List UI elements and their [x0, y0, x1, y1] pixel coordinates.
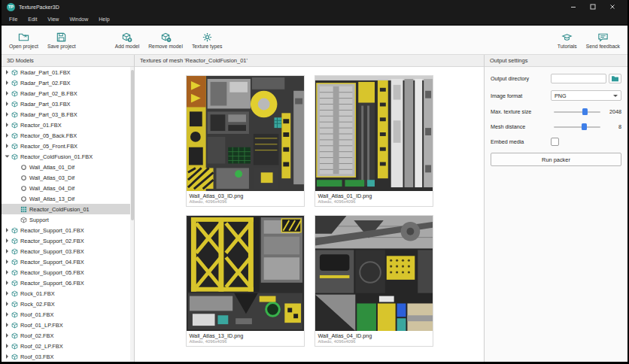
texture-types-icon: [202, 32, 213, 43]
tree-item-reactor-05-front-fbx[interactable]: Reactor_05_Front.FBX: [2, 141, 130, 151]
tree-item-reactor-support-03-fbx[interactable]: Reactor_Support_03.FBX: [2, 246, 130, 256]
chevron-icon[interactable]: [4, 354, 11, 359]
texture-types-button[interactable]: Texture types: [187, 30, 226, 50]
add-model-button[interactable]: Add model: [111, 30, 144, 50]
slider-handle[interactable]: [582, 108, 588, 115]
max-texture-size-slider[interactable]: [554, 108, 600, 116]
tree-item-radar-part-03-fbx[interactable]: Radar_Part_03.FBX: [2, 99, 130, 109]
close-button[interactable]: [603, 0, 622, 14]
tree-item-reactor-05-back-fbx[interactable]: Reactor_05_Back.FBX: [2, 130, 130, 141]
texture-grid: Wall_Atlas_03_ID.png Albedo, 4096x4096: [135, 67, 484, 347]
slider-track: [554, 126, 600, 128]
close-icon: [609, 4, 615, 10]
remove-model-button[interactable]: Remove model: [144, 30, 187, 50]
menu-item-view[interactable]: View: [42, 16, 64, 23]
tree-item-wall-atlas-04-dif[interactable]: Wall_Atlas_04_Dif: [2, 183, 130, 193]
chevron-icon[interactable]: [4, 344, 11, 348]
model-icon: [11, 69, 18, 76]
tree-item-reactor-coldfusion-01[interactable]: Reactor_ColdFusion_01: [2, 204, 130, 214]
chevron-icon[interactable]: [4, 133, 11, 138]
chevron-icon[interactable]: [4, 238, 11, 243]
texture-meta: Albedo, 4096x4096: [315, 339, 433, 346]
tree-item-wall-atlas-01-dif[interactable]: Wall_Atlas_01_Dif: [2, 162, 130, 172]
chevron-icon[interactable]: [4, 302, 11, 306]
chevron-icon[interactable]: [4, 123, 11, 127]
chevron-icon[interactable]: [4, 112, 11, 117]
slider-handle[interactable]: [582, 123, 587, 130]
tree-item-reactor-support-05-fbx[interactable]: Reactor_Support_05.FBX: [2, 267, 130, 278]
save-project-button[interactable]: Save project: [43, 30, 81, 50]
tree-item-rock-01-fbx[interactable]: Rock_01.FBX: [2, 288, 130, 299]
open-project-button[interactable]: Open project: [5, 30, 43, 50]
tree-item-roof-03-fbx[interactable]: Roof_03.FBX: [2, 351, 130, 362]
tree-item-radar-part-03-b-fbx[interactable]: Radar_Part_03_B.FBX: [2, 109, 130, 120]
model-icon: [11, 322, 18, 329]
max-texture-size-value: 2048: [603, 108, 621, 115]
chevron-icon[interactable]: [4, 312, 11, 317]
app-logo-icon: TP: [7, 3, 15, 11]
tree-item-roof-01-fbx[interactable]: Roof_01.FBX: [2, 309, 130, 320]
menu-bar: File Edit View Window Help: [2, 14, 627, 26]
tree-item-radar-part-02-b-fbx[interactable]: Radar_Part_02_B.FBX: [2, 88, 130, 99]
output-directory-input[interactable]: [551, 74, 606, 83]
chevron-icon[interactable]: [4, 102, 11, 106]
texture-card-wall-atlas-04[interactable]: Wall_Atlas_04_ID.png Albedo, 4096x4096: [314, 215, 433, 347]
send-feedback-button[interactable]: Send feedback: [582, 30, 624, 50]
tree-item-label: Radar_Part_03_B.FBX: [20, 111, 77, 118]
tree-item-roof-01-lp-fbx[interactable]: Roof_01_LP.FBX: [2, 320, 130, 330]
maximize-button[interactable]: [583, 0, 603, 14]
browse-directory-button[interactable]: [609, 74, 621, 83]
tree-item-reactor-support-04-fbx[interactable]: Reactor_Support_04.FBX: [2, 256, 130, 267]
max-texture-size-label: Max. texture size: [491, 108, 551, 115]
tree-item-reactor-01-fbx[interactable]: Reactor_01.FBX: [2, 120, 130, 130]
chevron-icon[interactable]: [4, 323, 11, 327]
chevron-icon[interactable]: [4, 281, 11, 285]
chevron-icon[interactable]: [4, 270, 11, 275]
tree-item-reactor-coldfusion-01-fbx[interactable]: Reactor_ColdFusion_01.FBX: [2, 151, 130, 162]
chevron-icon[interactable]: [4, 259, 11, 264]
minimize-button[interactable]: [564, 0, 583, 14]
chevron-icon[interactable]: [4, 333, 11, 338]
texture-card-wall-atlas-01[interactable]: Wall_Atlas_01_ID.png Albedo, 4096x4096: [314, 75, 433, 207]
tree-item-label: Roof_02.FBX: [20, 332, 53, 339]
tree-item-reactor-support-01-fbx[interactable]: Reactor_Support_01.FBX: [2, 225, 130, 235]
model-icon: [11, 227, 18, 234]
tutorials-button[interactable]: Tutorials: [553, 30, 582, 50]
maximize-icon: [590, 4, 596, 10]
tree-item-reactor-support-06-fbx[interactable]: Reactor_Support_06.FBX: [2, 278, 130, 288]
chevron-icon[interactable]: [4, 70, 11, 74]
chevron-icon[interactable]: [4, 154, 11, 159]
sidebar-scrollbar[interactable]: [130, 67, 134, 362]
tree-item-rock-02-fbx[interactable]: Rock_02.FBX: [2, 299, 130, 309]
textures-panel: Textures of mesh 'Reactor_ColdFusion_01': [135, 55, 484, 362]
embed-media-checkbox[interactable]: [551, 138, 559, 146]
chevron-icon[interactable]: [4, 291, 11, 296]
model-icon: [11, 343, 18, 350]
tree-item-roof-02-lp-fbx[interactable]: Roof_02_LP.FBX: [2, 341, 130, 351]
chevron-icon[interactable]: [4, 91, 11, 96]
scrollbar-thumb[interactable]: [131, 70, 134, 220]
texture-card-wall-atlas-13[interactable]: Wall_Atlas_13_ID.png Albedo, 4096x4096: [186, 215, 305, 347]
run-packer-button[interactable]: Run packer: [491, 153, 621, 166]
tree-item-roof-02-fbx[interactable]: Roof_02.FBX: [2, 330, 130, 341]
image-format-select[interactable]: PNG: [551, 90, 621, 101]
tree-item-wall-atlas-13-dif[interactable]: Wall_Atlas_13_Dif: [2, 193, 130, 204]
tree-item-radar-part-01-fbx[interactable]: Radar_Part_01.FBX: [2, 67, 130, 77]
chevron-icon[interactable]: [4, 80, 11, 85]
send-feedback-icon: [597, 32, 609, 43]
menu-item-window[interactable]: Window: [64, 16, 93, 23]
menu-item-file[interactable]: File: [4, 16, 23, 23]
texture-card-wall-atlas-03[interactable]: Wall_Atlas_03_ID.png Albedo, 4096x4096: [186, 75, 305, 207]
menu-item-help[interactable]: Help: [93, 16, 114, 23]
texture-icon: [20, 164, 27, 171]
chevron-icon[interactable]: [4, 249, 11, 253]
mesh-distance-slider[interactable]: [554, 123, 600, 131]
tree-item-support[interactable]: Support: [2, 214, 130, 225]
chevron-icon[interactable]: [4, 228, 11, 232]
chevron-icon[interactable]: [4, 144, 11, 148]
tree-item-label: Roof_01.FBX: [20, 311, 53, 318]
tree-item-reactor-support-02-fbx[interactable]: Reactor_Support_02.FBX: [2, 235, 130, 246]
menu-item-edit[interactable]: Edit: [23, 16, 42, 23]
tree-item-radar-part-02-fbx[interactable]: Radar_Part_02.FBX: [2, 77, 130, 88]
tree-item-wall-atlas-03-dif[interactable]: Wall_Atlas_03_Dif: [2, 172, 130, 183]
